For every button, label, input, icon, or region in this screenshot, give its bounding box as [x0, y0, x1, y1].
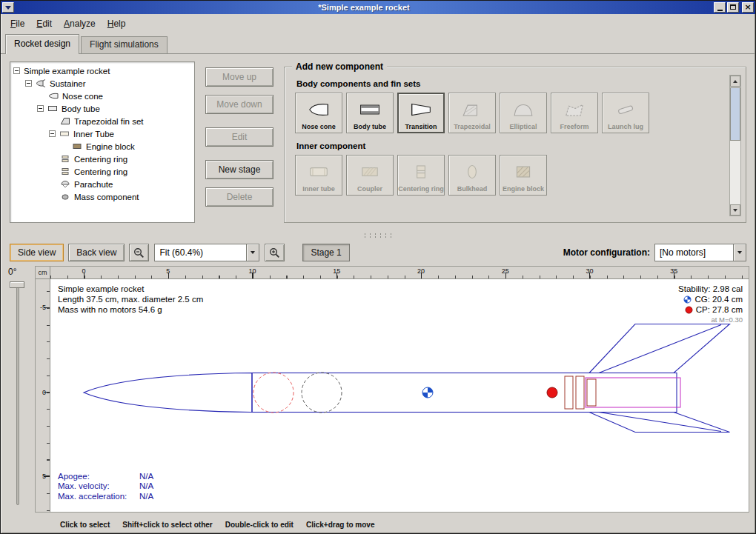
zoom-out-button[interactable]	[129, 244, 149, 261]
tree-item-inner-tube[interactable]: Inner Tube	[10, 127, 194, 140]
status-hint: Shift+click to select other	[122, 521, 212, 529]
rocket-canvas[interactable]: Simple example rocket Length 37.5 cm, ma…	[50, 279, 749, 512]
add-elliptical-fin-button[interactable]: Elliptical	[500, 93, 547, 133]
tree-item-label: Centering ring	[74, 155, 127, 164]
add-inner-tube-button[interactable]: Inner tube	[295, 155, 342, 196]
ruler-tick-label: 25	[502, 267, 509, 275]
centering-ring-outline	[565, 376, 573, 409]
side-view-button[interactable]: Side view	[10, 244, 64, 261]
rotation-slider-handle[interactable]	[10, 281, 24, 288]
component-tree[interactable]: Simple example rocket Sustainer Nose con…	[10, 61, 195, 223]
cg-marker	[422, 387, 433, 398]
tree-item-mass-component[interactable]: Mass component	[10, 190, 194, 203]
tree-collapse-icon[interactable]	[49, 130, 56, 137]
delete-button[interactable]: Delete	[205, 187, 273, 207]
zoom-level-select[interactable]: Fit (60.4%)	[154, 244, 259, 261]
tree-collapse-icon[interactable]	[37, 105, 44, 112]
tab-rocket-design[interactable]: Rocket design	[5, 34, 79, 54]
body-tube-icon	[47, 104, 58, 113]
max-acceleration-label: Max. acceleration:	[58, 492, 138, 502]
top-fin-outline	[589, 324, 730, 373]
close-button[interactable]: ×	[742, 2, 754, 13]
motor-configuration-label: Motor configuration:	[563, 247, 650, 258]
ruler-tick-label: 5	[42, 473, 46, 480]
inner-tube-icon	[59, 130, 70, 138]
ruler-tick-label: 10	[248, 267, 256, 275]
component-button-label: Bulkhead	[457, 185, 488, 193]
coupler-icon	[359, 163, 381, 181]
add-coupler-button[interactable]: Coupler	[346, 155, 394, 196]
title-bar[interactable]: *Simple example rocket ×	[1, 1, 755, 14]
tree-collapse-icon[interactable]	[13, 67, 20, 74]
add-trapezoidal-fin-button[interactable]: Trapezoidal	[448, 93, 496, 133]
component-button-label: Trapezoidal	[454, 123, 491, 130]
motor-configuration-select[interactable]: [No motors]	[654, 244, 746, 261]
new-stage-button[interactable]: New stage	[205, 160, 273, 179]
component-button-label: Engine block	[503, 185, 544, 193]
maximize-button[interactable]	[727, 2, 739, 13]
move-up-button[interactable]: Move up	[205, 67, 273, 87]
engine-block-icon	[512, 163, 534, 181]
tree-collapse-icon[interactable]	[25, 80, 32, 87]
edit-button[interactable]: Edit	[205, 127, 273, 147]
cp-legend-icon	[685, 306, 693, 314]
rotation-slider-track[interactable]	[16, 284, 19, 505]
back-view-button[interactable]: Back view	[68, 244, 125, 261]
add-body-tube-button[interactable]: Body tube	[346, 93, 394, 133]
tree-item-fin-set[interactable]: Trapezoidal fin set	[10, 115, 194, 127]
component-panel-scrollbar[interactable]	[729, 75, 741, 216]
cg-legend-icon	[683, 296, 692, 304]
transition-icon	[410, 101, 432, 119]
tree-item-label: Engine block	[86, 142, 135, 151]
scroll-down-button[interactable]	[730, 204, 740, 216]
add-launch-lug-button[interactable]: Launch lug	[602, 93, 649, 133]
tree-item-centering-ring-2[interactable]: Centering ring	[10, 165, 194, 178]
add-engine-block-button[interactable]: Engine block	[500, 155, 547, 196]
tree-item-rocket[interactable]: Simple example rocket	[10, 64, 194, 77]
component-button-label: Centering ring	[398, 185, 444, 193]
add-centering-ring-button[interactable]: Centering ring	[397, 155, 445, 196]
add-bulkhead-button[interactable]: Bulkhead	[448, 155, 496, 196]
zoom-level-value: Fit (60.4%)	[155, 244, 246, 261]
tree-item-label: Nose cone	[62, 92, 103, 101]
body-components-row: Nose cone Body tube Transition Trapezoid…	[295, 93, 735, 133]
minimize-button[interactable]	[714, 2, 726, 13]
vertical-ruler: -5 0 5	[36, 279, 50, 512]
magnifier-minus-icon	[133, 247, 145, 258]
max-velocity-label: Max. velocity:	[58, 481, 138, 492]
scrollbar-thumb[interactable]	[730, 87, 740, 141]
split-pane-divider[interactable]	[1, 232, 755, 239]
add-transition-button[interactable]: Transition	[397, 93, 445, 133]
add-freeform-fin-button[interactable]: Freeform	[551, 93, 598, 133]
nose-cone-icon	[308, 101, 330, 119]
tree-item-label: Mass component	[74, 193, 139, 201]
tree-item-engine-block[interactable]: Engine block	[10, 140, 194, 153]
menu-edit[interactable]: Edit	[30, 16, 58, 31]
status-bar: Click to select Shift+click to select ot…	[1, 515, 755, 533]
design-panel: Simple example rocket Sustainer Nose con…	[1, 54, 755, 232]
body-components-section-label: Body components and fin sets	[296, 79, 735, 88]
move-down-button[interactable]: Move down	[205, 95, 273, 114]
tree-item-body-tube[interactable]: Body tube	[10, 102, 194, 115]
scroll-up-button[interactable]	[730, 76, 740, 87]
menu-help[interactable]: Help	[102, 16, 132, 31]
tree-item-centering-ring-1[interactable]: Centering ring	[10, 153, 194, 165]
tab-flight-simulations[interactable]: Flight simulations	[81, 36, 168, 53]
tree-item-parachute[interactable]: Parachute	[10, 178, 194, 190]
rocket-viewer: Side view Back view Fit (60.4%) Stage 1 …	[1, 239, 755, 533]
menu-file[interactable]: File	[4, 16, 30, 31]
add-new-component-group: Add new component Body components and fi…	[284, 67, 746, 223]
tree-item-nose-cone[interactable]: Nose cone	[10, 90, 194, 102]
stage-1-toggle[interactable]: Stage 1	[302, 244, 349, 261]
component-button-label: Nose cone	[302, 123, 336, 130]
max-velocity-value: N/A	[139, 481, 153, 492]
zoom-in-button[interactable]	[265, 244, 285, 261]
system-menu-button[interactable]	[2, 2, 14, 13]
body-tube-outline	[252, 373, 677, 413]
chevron-down-icon[interactable]	[246, 244, 259, 261]
tree-item-sustainer[interactable]: Sustainer	[10, 77, 194, 90]
engine-block-outline	[587, 379, 596, 406]
chevron-down-icon[interactable]	[733, 244, 746, 261]
menu-analyze[interactable]: Analyze	[58, 16, 102, 31]
add-nose-cone-button[interactable]: Nose cone	[295, 93, 342, 133]
